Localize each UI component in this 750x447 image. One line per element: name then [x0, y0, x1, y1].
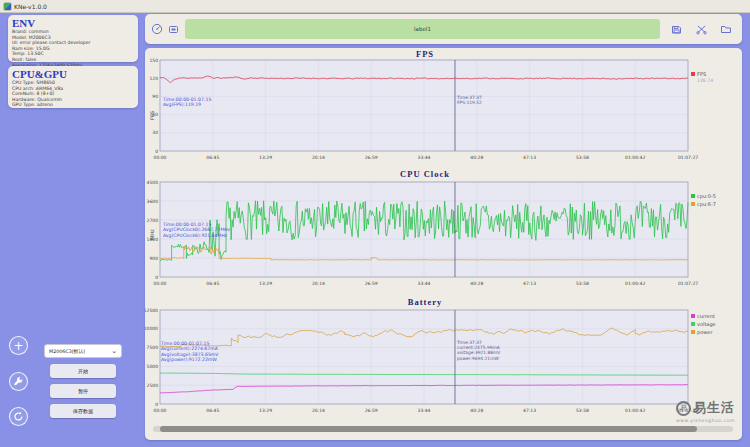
- crosshair-tooltip: Time:37:37FPS:119.52: [457, 95, 482, 105]
- info-line: GPU Type: adreno: [12, 102, 134, 108]
- legend-item-cpu:6-7[interactable]: cpu:6-7: [691, 200, 716, 208]
- legend-item-current[interactable]: current: [691, 312, 716, 320]
- x-tick-label: 13:29: [259, 408, 272, 413]
- y-tick-label: 4500: [147, 180, 159, 185]
- save-icon[interactable]: [670, 23, 682, 35]
- legend-swatch: [691, 194, 695, 198]
- avg-annotation: Time:00:00-01:07:15Avg(current):2274.67m…: [161, 341, 218, 363]
- legend-item-voltage[interactable]: voltage: [691, 320, 716, 328]
- charts-panel: FPS CPU Clock Battery FPS MHz 00:0006:45…: [145, 48, 742, 440]
- legend-label: voltage: [697, 320, 716, 328]
- x-tick-label: 00:00: [154, 155, 167, 160]
- legend-swatch: [691, 322, 695, 326]
- cpu-clock-chart[interactable]: 00:0006:4513:2920:1426:5933:4440:2847:13…: [145, 178, 742, 290]
- tools-button[interactable]: [9, 372, 28, 391]
- add-button[interactable]: +: [9, 336, 28, 355]
- x-tick-label: 47:13: [523, 408, 536, 413]
- x-tick-label: 20:14: [312, 408, 325, 413]
- window-title: KNe-v1.0.0: [14, 3, 47, 10]
- x-tick-label: 33:44: [418, 155, 431, 160]
- x-tick-label: 26:59: [365, 155, 378, 160]
- wrench-icon: [13, 376, 24, 387]
- x-tick-label: 06:45: [206, 281, 219, 286]
- x-tick-label: 53:58: [576, 155, 589, 160]
- y-tick-label: 12500: [145, 308, 158, 313]
- env-panel-title: ENV: [12, 17, 134, 29]
- legend-swatch: [691, 72, 695, 76]
- legend-swatch: [691, 314, 695, 318]
- cpu-gpu-panel-title: CPU&GPU: [12, 68, 134, 80]
- x-tick-label: 47:13: [523, 155, 536, 160]
- x-tick-label: 53:58: [576, 281, 589, 286]
- battery-chart[interactable]: 00:0006:4513:2920:1426:5933:4440:2847:13…: [145, 306, 742, 414]
- watermark-subtext: www.yishenghuo.com: [676, 418, 748, 423]
- cpu-gpu-info-lines: CPU Type: SM8650CPU arch: ARM64_V8aCoreN…: [12, 80, 134, 108]
- save-data-button[interactable]: 保存数据: [50, 404, 116, 418]
- display-icon[interactable]: [167, 23, 179, 35]
- x-tick-label: 20:14: [312, 155, 325, 160]
- x-tick-label: 01:00:42: [625, 408, 645, 413]
- fps-chart[interactable]: 00:0006:4513:2920:1426:5933:4440:2847:13…: [145, 56, 742, 162]
- x-tick-label: 26:59: [365, 408, 378, 413]
- avg-annotation: Time:00:00-01:07:15Avg(FPS):119.19: [163, 97, 211, 108]
- x-tick-label: 47:13: [523, 281, 536, 286]
- y-tick-label: 2500: [147, 383, 159, 388]
- legend-item-power[interactable]: power: [691, 328, 716, 336]
- legend-label: current: [697, 312, 715, 320]
- start-button[interactable]: 开始: [50, 364, 116, 378]
- toolbar-actions: [670, 23, 736, 35]
- gauge-icon[interactable]: [151, 23, 163, 35]
- x-tick-label: 53:58: [576, 408, 589, 413]
- refresh-button[interactable]: [9, 407, 28, 426]
- x-tick-label: 33:44: [418, 281, 431, 286]
- env-info-lines: Brand: commonModel: M2006C3UI: error ple…: [12, 29, 134, 68]
- scrollbar-thumb[interactable]: [160, 426, 697, 432]
- chevron-down-icon: ⌄: [111, 348, 117, 354]
- watermark-logo-icon: 易: [676, 401, 691, 416]
- x-tick-label: 33:44: [418, 408, 431, 413]
- device-select[interactable]: M2006C3(默认) ⌄: [44, 344, 122, 358]
- x-tick-label: 06:45: [206, 155, 219, 160]
- device-select-value: M2006C3(默认): [49, 348, 85, 354]
- legend-item-FPS[interactable]: FPS: [691, 70, 713, 78]
- package-label-field[interactable]: label1: [185, 19, 660, 39]
- rotate-icon: [13, 411, 24, 422]
- y-tick-label: 2700: [147, 218, 159, 223]
- legend-label: cpu:0-5: [697, 192, 716, 200]
- x-tick-label: 13:29: [259, 155, 272, 160]
- y-tick-label: 90: [152, 94, 158, 99]
- folder-icon[interactable]: [720, 23, 732, 35]
- y-tick-label: 60: [152, 112, 158, 117]
- chart-legend: cpu:0-5cpu:6-7: [691, 192, 716, 208]
- x-tick-label: 20:14: [312, 281, 325, 286]
- x-tick-label: 01:07:27: [678, 155, 698, 160]
- x-tick-label: 00:00: [154, 281, 167, 286]
- pause-button[interactable]: 暂停: [50, 384, 116, 398]
- y-tick-label: 900: [149, 256, 158, 261]
- legend-item-cpu:0-5[interactable]: cpu:0-5: [691, 192, 716, 200]
- y-tick-label: 3600: [147, 199, 159, 204]
- avg-annotation: Time:00:00-01:07:15Avg(CPUClock0):2687.7…: [163, 222, 230, 238]
- titlebar: KNe-v1.0.0: [0, 0, 750, 13]
- app-icon: [4, 3, 11, 10]
- watermark: 易 易生活 www.yishenghuo.com: [676, 399, 748, 423]
- scissors-icon[interactable]: [695, 23, 707, 35]
- x-tick-label: 40:28: [470, 155, 483, 160]
- y-tick-label: 0: [155, 149, 158, 154]
- y-tick-label: 30: [152, 130, 158, 135]
- x-tick-label: 00:00: [154, 408, 167, 413]
- y-tick-label: 1800: [147, 237, 159, 242]
- legend-swatch: [691, 202, 695, 206]
- chart-legend: FPS126.74: [691, 70, 713, 83]
- y-tick-label: 5000: [147, 364, 159, 369]
- y-tick-label: 150: [149, 58, 158, 63]
- x-tick-label: 40:28: [470, 408, 483, 413]
- horizontal-scrollbar[interactable]: [153, 426, 733, 432]
- crosshair-tooltip: Time:37:37current:2475.99mAvoltage:3921.…: [457, 340, 500, 361]
- cpu-gpu-panel: CPU&GPU CPU Type: SM8650CPU arch: ARM64_…: [8, 66, 138, 108]
- x-tick-label: 40:28: [470, 281, 483, 286]
- y-tick-label: 0: [155, 402, 158, 407]
- toolbar: label1: [145, 14, 742, 44]
- legend-label: FPS: [697, 70, 706, 78]
- x-tick-label: 01:00:42: [625, 155, 645, 160]
